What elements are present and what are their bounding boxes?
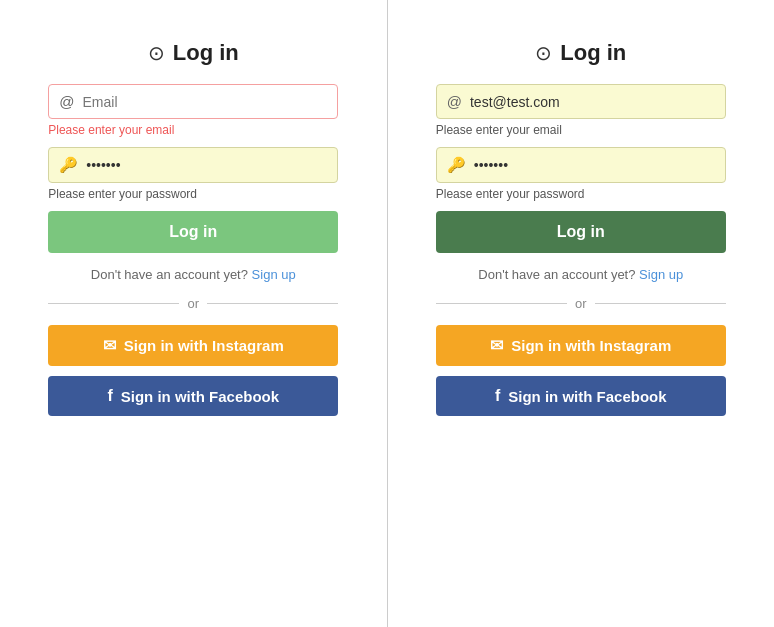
right-instagram-icon: ✉	[490, 336, 503, 355]
left-signup-row: Don't have an account yet? Sign up	[91, 267, 296, 282]
left-or-row: or	[48, 296, 338, 311]
left-password-key-icon: 🔑	[59, 156, 78, 174]
left-login-icon: ⊙	[148, 41, 165, 65]
left-email-wrapper[interactable]: @	[48, 84, 338, 119]
left-login-button[interactable]: Log in	[48, 211, 338, 253]
left-email-input[interactable]	[82, 94, 327, 110]
right-login-button[interactable]: Log in	[436, 211, 726, 253]
right-password-wrapper[interactable]: 🔑	[436, 147, 726, 183]
right-title: Log in	[560, 40, 626, 66]
page-wrapper: ⊙ Log in @ Please enter your email 🔑 Ple…	[0, 0, 774, 627]
right-password-key-icon: 🔑	[447, 156, 466, 174]
left-facebook-button[interactable]: f Sign in with Facebook	[48, 376, 338, 416]
right-signup-link[interactable]: Sign up	[639, 267, 683, 282]
right-signup-row: Don't have an account yet? Sign up	[478, 267, 683, 282]
left-instagram-button[interactable]: ✉ Sign in with Instagram	[48, 325, 338, 366]
right-form: ⊙ Log in @ Please enter your email 🔑 Ple…	[436, 40, 726, 426]
left-form: ⊙ Log in @ Please enter your email 🔑 Ple…	[48, 40, 338, 426]
left-instagram-icon: ✉	[103, 336, 116, 355]
left-title: Log in	[173, 40, 239, 66]
right-instagram-button[interactable]: ✉ Sign in with Instagram	[436, 325, 726, 366]
left-password-wrapper[interactable]: 🔑	[48, 147, 338, 183]
right-email-input[interactable]	[470, 94, 715, 110]
left-signup-link[interactable]: Sign up	[252, 267, 296, 282]
left-password-helper: Please enter your password	[48, 187, 197, 201]
right-or-line-right	[595, 303, 726, 304]
left-facebook-label: Sign in with Facebook	[121, 388, 279, 405]
right-password-input[interactable]	[474, 157, 715, 173]
right-login-icon: ⊙	[535, 41, 552, 65]
right-facebook-icon: f	[495, 387, 500, 405]
right-or-line-left	[436, 303, 567, 304]
left-title-row: ⊙ Log in	[148, 40, 239, 66]
left-email-at-icon: @	[59, 93, 74, 110]
right-facebook-button[interactable]: f Sign in with Facebook	[436, 376, 726, 416]
right-instagram-label: Sign in with Instagram	[511, 337, 671, 354]
right-panel: ⊙ Log in @ Please enter your email 🔑 Ple…	[388, 0, 775, 627]
left-instagram-label: Sign in with Instagram	[124, 337, 284, 354]
right-facebook-label: Sign in with Facebook	[508, 388, 666, 405]
right-or-row: or	[436, 296, 726, 311]
left-or-text: or	[187, 296, 199, 311]
left-email-error: Please enter your email	[48, 123, 174, 137]
right-email-at-icon: @	[447, 93, 462, 110]
right-title-row: ⊙ Log in	[535, 40, 626, 66]
left-password-input[interactable]	[86, 157, 327, 173]
left-or-line-right	[207, 303, 338, 304]
left-or-line-left	[48, 303, 179, 304]
right-or-text: or	[575, 296, 587, 311]
left-panel: ⊙ Log in @ Please enter your email 🔑 Ple…	[0, 0, 388, 627]
left-facebook-icon: f	[107, 387, 112, 405]
right-email-wrapper[interactable]: @	[436, 84, 726, 119]
left-signup-text: Don't have an account yet?	[91, 267, 248, 282]
right-signup-text: Don't have an account yet?	[478, 267, 635, 282]
right-email-error: Please enter your email	[436, 123, 562, 137]
right-password-helper: Please enter your password	[436, 187, 585, 201]
